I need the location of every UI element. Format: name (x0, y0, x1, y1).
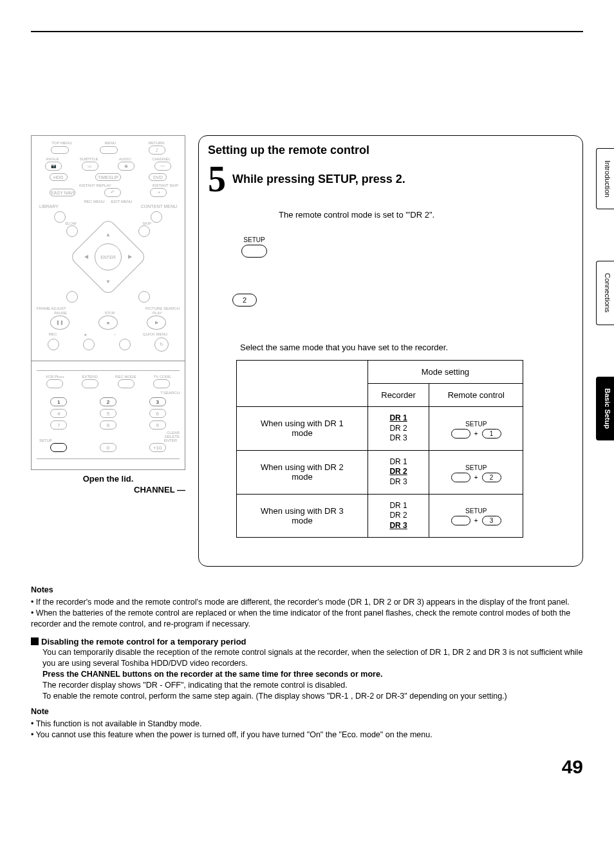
btn-extend (82, 379, 98, 388)
mode-setting-table: Mode setting Recorder Remote control Whe… (236, 360, 523, 538)
key-0: 0 (100, 443, 116, 452)
note-4: You cannot use this feature when the pow… (31, 730, 583, 741)
btn-angle: 📷 (45, 162, 62, 171)
btn-library (54, 211, 66, 223)
lbl-vcr-plus: VCR Plus+ (46, 375, 65, 379)
btn-return: ⤴ (149, 146, 165, 155)
key-5: 5 (100, 409, 116, 418)
btn-timeslip: TIMESLIP (95, 173, 121, 181)
key-7: 7 (50, 420, 67, 429)
disabling-p2: Press the CHANNEL buttons on the recorde… (42, 669, 583, 680)
notes-section: Notes If the recorder's mode and the rem… (31, 585, 583, 741)
btn-enter: ENTER (95, 243, 122, 270)
key-4: 4 (50, 409, 67, 418)
key-1: 1 (50, 397, 67, 406)
lbl-audio: AUDIO (119, 157, 131, 161)
setup-label: SETUP (241, 236, 267, 243)
step-instruction: While pressing SETUP, press 2. (232, 173, 405, 186)
key-8: 8 (100, 420, 116, 429)
lbl-channel: CHANNEL (152, 157, 171, 161)
lbl-menu: MENU (104, 141, 116, 145)
header-rule (31, 31, 583, 32)
btn-dvd: DVD (149, 173, 167, 181)
lbl-top-menu: TOP MENU (51, 141, 71, 145)
btn-quick-menu: ↻ (154, 337, 169, 352)
key-3: 3 (149, 397, 166, 406)
btn-top-menu (51, 146, 69, 154)
lbl-tsearch: T.SEARCH (37, 391, 180, 395)
lbl-extend: EXTEND (82, 375, 97, 379)
btn-hdd: HDD (50, 173, 68, 181)
lbl-skip: SKIP (142, 222, 151, 225)
lbl-rec-mode: REC MODE (115, 375, 136, 379)
select-mode-text: Select the same mode that you have set t… (240, 343, 573, 352)
btn-stop: ■ (98, 316, 118, 330)
lbl-subtitle: SUBTITLE (80, 157, 98, 161)
lbl-enter-small: ENTER (164, 439, 177, 442)
lbl-quick-menu: QUICK MENU (143, 332, 167, 337)
result-text: The remote control mode is set to "'DR 2… (279, 210, 573, 220)
bullet-square-icon (31, 637, 39, 645)
lbl-tv-code: TV CODE (154, 375, 171, 379)
lbl-angle: ANGLE (46, 157, 59, 161)
header-remote: Remote control (429, 384, 523, 407)
num-2-button-shape: 2 (232, 294, 257, 307)
btn-play: ▶ (147, 316, 166, 330)
lbl-edit-menu: EDIT MENU (111, 200, 133, 203)
lbl-rec: REC (49, 332, 57, 337)
btn-instant-replay: ↶ (104, 188, 121, 197)
dpad: SLOW SKIP ENTER ▲ ▼ ◀ ▶ (66, 225, 150, 303)
key-2: 2 (100, 397, 116, 406)
lbl-pause: PAUSE (54, 311, 67, 315)
btn-frame (66, 291, 78, 303)
btn-audio: ◉ (118, 162, 135, 171)
lbl-instant-skip: INSTANT SKIP (153, 184, 178, 187)
disabling-subhead: Disabling the remote control for a tempo… (41, 636, 247, 648)
setup-button-illustration: SETUP (241, 236, 573, 258)
section-title: Setting up the remote control (208, 144, 573, 157)
lbl-setup-small: SETUP (39, 439, 52, 442)
key-6: 6 (149, 409, 166, 418)
btn-tvcode (153, 379, 170, 388)
lbl-picture-search: PICTURE SEARCH (145, 307, 180, 310)
note-2: When the batteries of the remote control… (31, 608, 583, 630)
btn-channel: 〰 (154, 162, 171, 171)
note-1: If the recorder's mode and the remote co… (31, 597, 583, 608)
table-row: When using with DR 3modeDR 1DR 2DR 3SETU… (237, 494, 523, 538)
header-mode-setting: Mode setting (367, 361, 523, 384)
btn-slow (66, 225, 78, 237)
lbl-slow: SLOW (65, 222, 77, 225)
table-row: When using with DR 2modeDR 1DR 2DR 3SETU… (237, 450, 523, 494)
btn-subtitle: ▭ (82, 162, 98, 171)
channel-label: CHANNEL — (31, 485, 185, 495)
setup-button-shape (241, 245, 267, 258)
open-lid-label: Open the lid. (31, 474, 185, 484)
key-9: 9 (149, 420, 166, 429)
btn-star (83, 339, 95, 350)
remote-illustration: TOP MENU MENU RETURN ⤴ ANGLE SUBTITLE AU… (31, 135, 185, 495)
disabling-p1: You can temporarily disable the receptio… (42, 647, 583, 669)
disabling-p3: The recorder display shows "DR - OFF", i… (42, 680, 583, 691)
btn-content-menu (151, 211, 162, 223)
lbl-stop: STOP (104, 311, 115, 315)
lbl-play: PLAY (153, 311, 162, 315)
lbl-library: LIBRARY (39, 204, 59, 209)
lbl-content-menu: CONTENT MENU (141, 204, 177, 209)
btn-skip-fwd (138, 225, 150, 237)
note-3: This function is not available in Standb… (31, 719, 583, 730)
lbl-instant-replay: INSTANT REPLAY (79, 184, 111, 187)
btn-rec (48, 339, 59, 350)
table-row: When using with DR 1modeDR 1DR 2DR 3SETU… (237, 407, 523, 451)
header-recorder: Recorder (367, 384, 429, 407)
notes-heading: Notes (31, 585, 583, 596)
lbl-frame-adjust: FRAME ADJUST (37, 307, 66, 310)
btn-easy-navi: EASY NAVI (50, 189, 75, 196)
btn-vcrplus (46, 379, 63, 388)
btn-menu (100, 146, 118, 154)
btn-instant-skip: ⇢ (150, 188, 167, 197)
note-heading-2: Note (31, 706, 583, 717)
page-number: 49 (31, 756, 583, 778)
btn-picture-search (138, 291, 150, 303)
key-10: +10 (149, 443, 166, 452)
key-setup (50, 443, 67, 452)
